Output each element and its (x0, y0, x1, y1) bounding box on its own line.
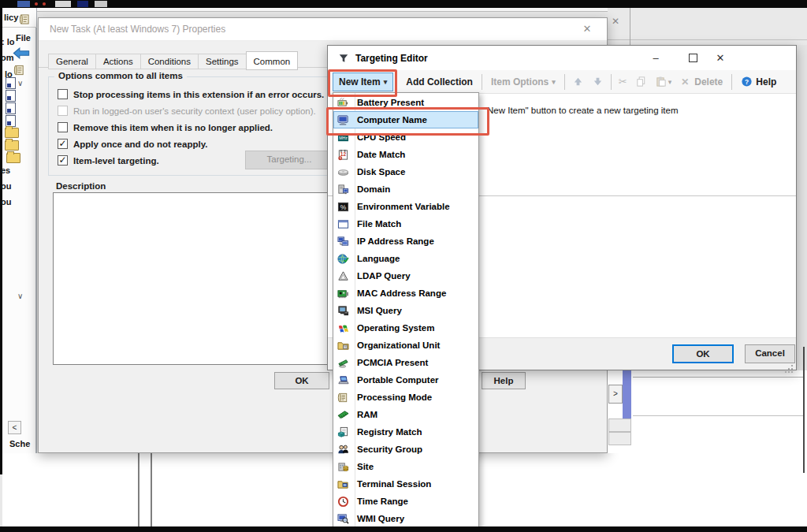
menu-item-cpu-speed[interactable]: MHzCPU Speed (333, 128, 478, 146)
menu-item-date-match[interactable]: 12Date Match (333, 146, 478, 163)
splitter-bar[interactable] (623, 370, 631, 419)
menu-item-disk-space[interactable]: Disk Space (333, 163, 478, 180)
menu-item-label: Disk Space (357, 167, 405, 177)
chevron-down-icon[interactable]: ∨ (17, 292, 23, 300)
menu-item-label: Environment Variable (357, 202, 450, 211)
close-button[interactable]: ✕ (708, 46, 733, 69)
caret-down-icon: ▾ (668, 78, 672, 86)
menu-item-environment-variable[interactable]: %Environment Variable (333, 198, 478, 215)
back-arrow-icon[interactable] (13, 47, 30, 59)
security-group-icon (337, 443, 350, 456)
menu-item-domain[interactable]: Domain (333, 180, 478, 198)
menu-item-wmi-query[interactable]: WMI Query (333, 510, 478, 527)
menu-item-terminal-session[interactable]: Terminal Session (333, 475, 478, 493)
item-options-button[interactable]: Item Options ▾ (485, 73, 561, 91)
file-match-icon (337, 218, 350, 230)
checkbox-unchecked[interactable] (58, 122, 68, 132)
checkbox-row-1: Run in logged-on user's security context… (58, 102, 324, 119)
computer-icon (337, 113, 350, 126)
tab-actions[interactable]: Actions (95, 54, 141, 69)
menu-item-operating-system[interactable]: Operating System (333, 319, 478, 337)
move-down-button[interactable] (588, 73, 608, 91)
copy-button[interactable] (631, 73, 651, 91)
new-item-button[interactable]: New Item ▾ (333, 73, 393, 91)
tree-item-fragment[interactable]: : lo (2, 37, 15, 47)
paste-button[interactable]: ▾ (651, 73, 676, 91)
registry-match-icon (337, 426, 350, 438)
menu-item-time-range[interactable]: Time Range (333, 493, 478, 510)
help-icon: ? (741, 76, 753, 87)
file-menu[interactable]: File (16, 33, 31, 43)
close-icon[interactable]: ✕ (612, 16, 619, 27)
targeting-button[interactable]: Targeting... (245, 151, 333, 169)
tree-item-fragment[interactable]: licy (4, 13, 18, 22)
background-pane-line (633, 377, 804, 378)
maximize-button[interactable] (680, 46, 705, 69)
background-pane-line (630, 8, 630, 45)
window-title: Targeting Editor (355, 53, 428, 64)
menu-item-file-match[interactable]: File Match (333, 215, 478, 233)
menu-item-security-group[interactable]: Security Group (333, 441, 478, 458)
background-pane-line (803, 347, 805, 473)
add-collection-button[interactable]: Add Collection (400, 73, 478, 91)
toolbar-separator (731, 74, 732, 90)
svg-text:%: % (340, 203, 347, 210)
expand-right-button[interactable]: > (608, 385, 623, 404)
menu-item-computer-name[interactable]: Computer Name (333, 111, 478, 128)
chevron-down-icon[interactable]: ∨ (17, 79, 23, 87)
checkbox-checked[interactable]: ✓ (58, 155, 68, 166)
help-button[interactable]: Help (482, 372, 526, 389)
help-label: Help (756, 76, 776, 87)
menu-item-processing-mode[interactable]: Processing Mode (333, 389, 478, 406)
disk-space-icon (337, 166, 350, 178)
menu-item-ram[interactable]: RAM (333, 406, 478, 423)
tree-item-fragment[interactable]: es (1, 166, 10, 175)
tree-item-fragment[interactable]: ou (1, 197, 11, 206)
tab-settings[interactable]: Settings (198, 54, 247, 69)
checkbox-checked[interactable]: ✓ (58, 139, 68, 149)
tab-conditions[interactable]: Conditions (140, 54, 199, 69)
tab-common[interactable]: Common (246, 51, 299, 70)
menu-item-site[interactable]: Site (333, 458, 478, 475)
tree-item-fragment[interactable]: ou (1, 181, 11, 191)
minimize-button[interactable]: – (643, 46, 668, 69)
script-scroll-icon (13, 65, 25, 76)
menu-item-registry-match[interactable]: Registry Match (333, 423, 478, 441)
ok-button[interactable]: OK (672, 344, 734, 363)
folder-icon (5, 128, 19, 138)
menu-item-language[interactable]: Language (333, 250, 478, 267)
menu-item-label: Computer Name (357, 115, 427, 125)
language-icon (337, 252, 350, 265)
menu-item-msi-query[interactable]: MSI Query (333, 302, 478, 319)
help-button[interactable]: ? Help (735, 73, 782, 91)
menu-item-label: Terminal Session (357, 479, 431, 489)
menu-item-portable-computer[interactable]: Portable Computer (333, 371, 478, 389)
menu-item-organizational-unit[interactable]: Organizational Unit (333, 337, 478, 354)
properties-dialog-titlebar: New Task (At least Windows 7) Properties (39, 18, 607, 41)
close-icon: ✕ (583, 23, 592, 35)
ok-button[interactable]: OK (274, 372, 329, 389)
organizational-unit-icon (337, 339, 350, 352)
cut-button[interactable]: ✂ (615, 73, 631, 91)
cancel-button[interactable]: Cancel (745, 344, 795, 363)
menu-item-ldap-query[interactable]: LDAP Query (333, 267, 478, 285)
menu-item-ip-address-range[interactable]: IP Address Range (333, 233, 478, 250)
checkbox-unchecked[interactable] (58, 89, 68, 99)
menu-item-battery-present[interactable]: Battery Present (333, 94, 478, 111)
menu-item-label: Processing Mode (357, 392, 432, 402)
close-button[interactable]: ✕ (574, 20, 601, 39)
menu-item-label: Battery Present (357, 98, 424, 107)
menu-item-pcmcia-present[interactable]: PCMCIA Present (333, 354, 478, 371)
ip-address-range-icon (337, 235, 350, 247)
panel-divider (2, 27, 37, 28)
scroll-left-button[interactable]: < (8, 421, 21, 434)
svg-text:12: 12 (340, 151, 347, 157)
move-up-button[interactable] (568, 73, 588, 91)
resize-grip[interactable] (791, 365, 793, 366)
delete-button[interactable]: ✕ Delete (675, 73, 728, 91)
minimize-icon: – (653, 52, 658, 64)
background-pane-line (138, 453, 139, 526)
tab-general[interactable]: General (48, 54, 96, 69)
menu-item-mac-address-range[interactable]: MAC Address Range (333, 285, 478, 302)
msi-query-icon (337, 304, 350, 317)
